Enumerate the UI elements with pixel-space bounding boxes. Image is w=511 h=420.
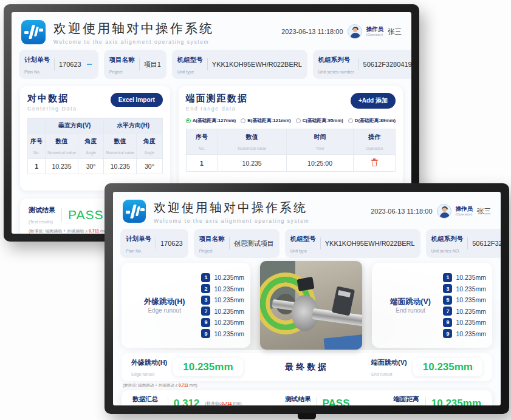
- front-app-header: 欢迎使用轴对中操作系统 Welcome to the axis alignmen…: [113, 192, 501, 226]
- end-range-data-panel: 端面测距数据 End range data +Add 添加 A(基础距离:127…: [179, 86, 403, 191]
- runout-value-row: 110.235mm: [443, 273, 486, 282]
- test-result-value: PASS: [322, 398, 349, 405]
- data-summary-label: 数据汇总: [132, 395, 158, 402]
- col-operation: 操作: [368, 134, 380, 140]
- test-results-label: 测试结果: [285, 395, 310, 402]
- field-plan-no[interactable]: 计划单号Plan No. 170623: [19, 50, 98, 79]
- field-unit-series[interactable]: 机组系列号Unit series NO. 50612F32804193: [426, 229, 501, 258]
- radio-option-b[interactable]: B(基础距离:121mm): [241, 117, 290, 124]
- radio-icon: [348, 118, 353, 123]
- panel-title: 端面测距数据: [186, 93, 248, 104]
- index-badge: 2: [201, 284, 210, 293]
- final-data-bar: 外缘跳动(H) Edge runout 10.235mm 最终数据 端面跳动(V…: [122, 353, 492, 381]
- monitor-front: 欢迎使用轴对中操作系统 Welcome to the axis alignmen…: [105, 183, 509, 414]
- test-results-label: 测试结果: [29, 206, 55, 214]
- field-value: 50612F32804193: [363, 61, 411, 68]
- page-title: 欢迎使用轴对中操作系统: [154, 200, 371, 216]
- index-badge: 3: [443, 284, 452, 293]
- scan-icon[interactable]: [86, 61, 93, 68]
- field-value: 170623: [59, 61, 81, 68]
- operator-sublabel: (Operator): [366, 33, 384, 37]
- field-label: 项目名称: [109, 56, 135, 63]
- field-sublabel: Project: [109, 70, 123, 74]
- data-summary-value: 0.312: [174, 398, 200, 405]
- standard-inline-note: (标准值≤0.711 mm): [205, 401, 241, 405]
- runout-value-row: 210.235mm: [201, 284, 244, 293]
- index-badge: 5: [443, 296, 452, 305]
- index-badge: 1: [201, 273, 210, 282]
- datetime-text: 2023-06-13 11:18:00: [281, 28, 343, 35]
- end-runout-final-label: 端面跳动(V): [371, 359, 407, 366]
- col-angle: 角度: [143, 138, 156, 144]
- runout-value-row: 510.235mm: [443, 296, 486, 305]
- col-group-horizontal: 水平方向(H): [104, 118, 162, 134]
- field-sublabel: Plan No.: [24, 70, 41, 74]
- runout-value-row: 710.235mm: [443, 307, 486, 316]
- col-value: 数值: [246, 134, 258, 140]
- field-project[interactable]: 项目名称Project 创思测试项目: [194, 229, 280, 258]
- end-runout-card: 端面跳动(V) End runout 110.235mm 310.235mm 5…: [372, 263, 492, 348]
- centering-data-panel: 对中数据 Centering Data Excel Import 垂直方向(V)…: [20, 86, 170, 191]
- base-distance-radio-group: A(基础距离:127mm) B(基础距离:121mm) C(基础距离:95mm)…: [186, 117, 396, 124]
- page-subtitle: Welcome to the axis alignment operating …: [53, 39, 281, 45]
- radio-selected-icon: [186, 118, 191, 123]
- field-unit-type[interactable]: 机组型号Unit type YKK1KOH95EWH/R022BERL: [285, 229, 420, 258]
- panel-subtitle: End range data: [186, 106, 248, 112]
- back-app-header: 欢迎使用轴对中操作系统 Welcome to the axis alignmen…: [12, 12, 411, 47]
- machine-3d-photo: [260, 261, 362, 350]
- field-plan-no[interactable]: 计划单号Plan No. 170623: [120, 229, 188, 258]
- radio-option-d[interactable]: D(基础距离:89mm): [348, 117, 396, 124]
- runout-value-row: 910.235mm: [201, 329, 244, 338]
- operator-label: 操作员: [456, 206, 473, 212]
- summary-bar: 数据汇总 Data summary 0.312 (标准值≤0.711 mm) 测…: [122, 390, 492, 405]
- end-range-table: 序号No. 数值Numerical value 时间Time 操作Operati…: [186, 129, 396, 172]
- end-runout-label: 端面跳动(V): [378, 297, 443, 307]
- edge-runout-card: 外缘跳动(H) Edge runout 110.235mm 210.235mm …: [122, 263, 250, 348]
- runout-value-row: 910.235mm: [201, 318, 244, 327]
- field-unit-type[interactable]: 机组型号Unit type YKK1KOH95EWH/R022BERL: [172, 50, 307, 79]
- col-value: 数值: [114, 138, 126, 144]
- col-time: 时间: [314, 134, 326, 140]
- index-badge: 3: [201, 296, 210, 305]
- delete-trash-icon[interactable]: [371, 158, 378, 166]
- col-group-vertical: 垂直方向(V): [46, 118, 104, 134]
- col-no: 序号: [196, 134, 208, 140]
- field-value: YKK1KOH95EWH/R022BERL: [212, 61, 302, 68]
- radio-option-a[interactable]: A(基础距离:127mm): [186, 117, 236, 124]
- index-badge: 1: [443, 273, 452, 282]
- operator-sublabel: (Operator): [456, 212, 473, 217]
- field-label: 机组系列号: [318, 56, 351, 63]
- end-distance-label: 端面距离: [393, 395, 419, 402]
- page-subtitle: Welcome to the axis alignment operating …: [154, 218, 371, 224]
- field-project[interactable]: 项目名称Project 项目1: [104, 50, 166, 79]
- end-runout-final-value: 10.235mm: [413, 358, 482, 376]
- field-unit-series[interactable]: 机组系列号Unit series number 50612F32804193: [313, 50, 411, 79]
- runout-value-row: 110.235mm: [201, 273, 244, 282]
- index-badge: 9: [201, 329, 210, 338]
- index-badge: 9: [443, 329, 452, 338]
- datetime-text: 2023-06-13 11:18:00: [371, 208, 432, 215]
- monitor-stand: [298, 413, 316, 419]
- runout-value-row: 910.235mm: [443, 318, 486, 327]
- index-badge: 9: [201, 318, 210, 327]
- radio-icon: [241, 118, 245, 123]
- radio-option-c[interactable]: C(基础距离:95mm): [296, 117, 343, 124]
- index-badge: 7: [443, 307, 452, 316]
- front-screen: 欢迎使用轴对中操作系统 Welcome to the axis alignmen…: [113, 192, 501, 405]
- operator-avatar[interactable]: [437, 204, 451, 218]
- field-value: 项目1: [144, 60, 161, 69]
- standard-value-note: (标准值: 端面跳动 + 外缘跳动 ≤ 0.711 mm): [123, 383, 501, 388]
- operator-name: 张三: [477, 207, 491, 216]
- end-distance-value: 10.235mm: [431, 398, 481, 405]
- col-no: 序号: [30, 138, 43, 144]
- back-fields-row: 计划单号Plan No. 170623 项目名称Project 项目1 机组型号…: [12, 47, 411, 79]
- col-angle: 角度: [85, 138, 97, 144]
- excel-import-button[interactable]: Excel Import: [111, 93, 163, 107]
- radio-icon: [296, 118, 301, 123]
- field-label: 计划单号: [24, 56, 50, 63]
- final-data-title: 最终数据: [285, 362, 329, 373]
- col-value: 数值: [55, 138, 67, 144]
- operator-avatar[interactable]: [348, 24, 362, 39]
- add-button[interactable]: +Add 添加: [351, 93, 396, 109]
- table-row: 1 10.235 10:25:00: [186, 155, 395, 172]
